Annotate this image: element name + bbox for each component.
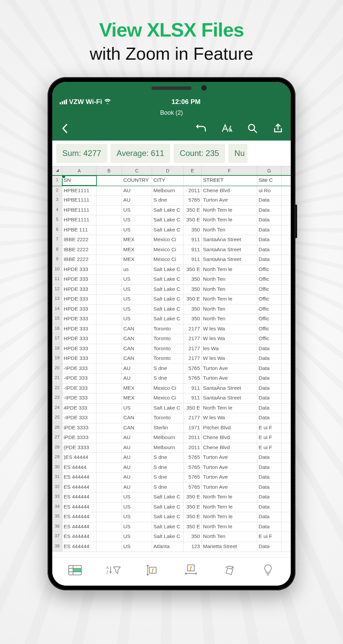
cell[interactable] — [96, 344, 122, 354]
cell[interactable]: HPDE 333 — [62, 275, 96, 284]
cell[interactable]: Data — [257, 393, 281, 403]
cell[interactable]: ui Ro — [257, 186, 281, 196]
stat-count[interactable]: Count: 235 — [174, 144, 225, 163]
cell[interactable]: North Ten — [202, 275, 257, 284]
row-header[interactable]: 25 — [52, 413, 62, 423]
table-row[interactable]: 9IBBE 2222MEXMexico Ci911SantaAna Street… — [52, 255, 291, 265]
cell[interactable]: Data — [257, 483, 281, 492]
cell[interactable]: W les Wa — [202, 334, 257, 344]
table-row[interactable]: 37ES 444444USSalt Lake C350North TenE ui… — [52, 532, 291, 542]
cell[interactable] — [96, 324, 122, 334]
cell[interactable] — [96, 265, 122, 275]
cell[interactable]: US — [122, 225, 152, 235]
nav-idea-button[interactable] — [260, 564, 276, 577]
col-header-f[interactable]: F — [202, 166, 257, 175]
cell[interactable]: 350 E — [184, 492, 202, 502]
cell[interactable]: AU — [122, 463, 152, 473]
cell[interactable]: US — [122, 294, 152, 304]
cell[interactable]: Data — [257, 374, 281, 383]
table-row[interactable]: 23-IPDE 333MEXMexico Ci911SantaAna Stree… — [52, 393, 291, 404]
cell[interactable]: 350 E — [184, 404, 202, 413]
cell[interactable]: Offic — [257, 314, 281, 324]
cell[interactable]: 911 — [184, 393, 202, 403]
row-header[interactable]: 24 — [52, 404, 62, 413]
row-header[interactable]: 18 — [52, 344, 62, 354]
cell[interactable]: MEX — [122, 245, 152, 255]
cell[interactable] — [96, 245, 122, 255]
cell[interactable]: SantaAna Street — [202, 235, 257, 245]
table-row[interactable]: 33ES 444444USSalt Lake C350 ENorth Tem l… — [52, 492, 291, 502]
cell[interactable]: North Tern le — [202, 502, 257, 512]
cell[interactable]: 2177 — [184, 344, 202, 354]
cell[interactable]: Data — [257, 512, 281, 522]
cell[interactable]: 350 — [184, 225, 202, 235]
cell[interactable]: 911 — [184, 235, 202, 245]
cell[interactable]: Salt Lake C — [152, 285, 184, 294]
cell[interactable]: Offic — [257, 334, 281, 344]
cell[interactable]: W les Wa — [202, 324, 257, 334]
cell[interactable]: 5765 — [184, 364, 202, 374]
cell[interactable]: AU — [122, 483, 152, 492]
cell[interactable]: MEX — [122, 393, 152, 403]
table-row[interactable]: 16HPDE 333CANToronto2177W les WaOffic — [52, 324, 291, 334]
cell[interactable]: AU — [122, 433, 152, 443]
table-row[interactable]: 29)ES 44444AUS dne5765Turton AveData — [52, 453, 291, 463]
table-row[interactable]: 11HPDE 333USSalt Lake C350North TenOffic — [52, 275, 291, 285]
stat-numeric[interactable]: Nu — [228, 144, 248, 163]
cell[interactable]: Data — [257, 255, 281, 265]
row-header[interactable]: 8 — [52, 245, 62, 255]
cell[interactable]: AU — [122, 473, 152, 482]
cell[interactable]: North Tem le — [202, 294, 257, 304]
row-header[interactable]: 28 — [52, 443, 62, 453]
cell[interactable]: Pitcher Blvd — [202, 423, 257, 433]
cell[interactable]: Data — [257, 522, 281, 532]
cell[interactable]: Data — [257, 404, 281, 413]
cell[interactable]: Data — [257, 215, 281, 225]
cell[interactable]: HPBE 111 — [62, 225, 96, 235]
table-row[interactable]: 17HPDE 333CANToronto2177W les WaOffic — [52, 334, 291, 344]
cell[interactable] — [96, 443, 122, 453]
cell[interactable]: US — [122, 532, 152, 542]
cell[interactable]: ES 44444 — [62, 463, 96, 473]
cell[interactable]: Toronto — [152, 324, 184, 334]
cell[interactable] — [96, 433, 122, 443]
cell[interactable]: HPBE1111 — [62, 215, 96, 225]
cell[interactable]: Salt Lake C — [152, 532, 184, 542]
cell[interactable] — [96, 255, 122, 265]
cell[interactable]: les Wa — [202, 344, 257, 354]
table-row[interactable]: 1 SN COUNTRY CITY STREET Site C — [52, 176, 291, 186]
cell[interactable]: Toronto — [152, 344, 184, 354]
cell[interactable]: S dne — [152, 463, 184, 473]
row-header[interactable]: 12 — [52, 285, 62, 294]
col-header-g[interactable]: G — [257, 166, 281, 175]
cell[interactable]: Toronto — [152, 334, 184, 344]
cell[interactable] — [96, 413, 122, 423]
cell[interactable]: CAN — [122, 344, 152, 354]
cell[interactable]: HPDE 333 — [62, 294, 96, 304]
cell[interactable]: HPDE 333 — [62, 265, 96, 275]
cell[interactable]: 2011 — [184, 433, 202, 443]
cell[interactable]: US — [122, 522, 152, 532]
cell[interactable]: SantaAna Street — [202, 384, 257, 393]
cell[interactable]: CAN — [122, 354, 152, 364]
cell[interactable]: ES 444444 — [62, 542, 96, 552]
cell[interactable] — [96, 393, 122, 403]
row-header[interactable]: 15 — [52, 314, 62, 324]
back-button[interactable] — [59, 122, 71, 135]
table-row[interactable]: 14HPDE 333USSalt Lake C350North TenOffic — [52, 305, 291, 315]
cell[interactable]: 5765 — [184, 483, 202, 492]
cell[interactable]: Data — [257, 492, 281, 502]
cell[interactable]: )ES 44444 — [62, 453, 96, 463]
nav-col-width-button[interactable]: ƒ — [183, 564, 199, 577]
cell[interactable]: ES 444444 — [62, 522, 96, 532]
cell[interactable]: Salt Lake C — [152, 512, 184, 522]
cell[interactable]: North Tem le — [202, 492, 257, 502]
nav-sort-filter-button[interactable]: AZ — [106, 564, 122, 577]
cell[interactable]: E ui F — [257, 433, 281, 443]
cell[interactable]: 350 E — [184, 206, 202, 215]
row-header[interactable]: 5 — [52, 215, 62, 225]
table-row[interactable]: 2HPBE1111AUMelbourn2011Chene Blvdui Ro — [52, 186, 291, 196]
cell[interactable]: US — [122, 275, 152, 284]
cell[interactable]: HPDE 333 — [62, 354, 96, 364]
cell[interactable]: iPDE 3333 — [62, 433, 96, 443]
